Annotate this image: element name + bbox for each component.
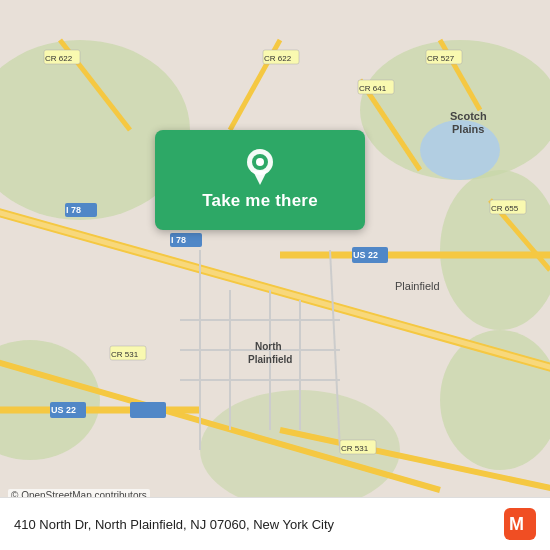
svg-text:Plains: Plains xyxy=(452,123,484,135)
bottom-bar: 410 North Dr, North Plainfield, NJ 07060… xyxy=(0,497,550,550)
svg-text:M: M xyxy=(509,514,524,534)
map-roads: I 78 I 78 US 22 US 22 CR 622 CR 622 CR 5… xyxy=(0,0,550,550)
take-me-there-button[interactable]: Take me there xyxy=(155,130,365,230)
svg-text:CR 641: CR 641 xyxy=(359,84,387,93)
svg-marker-57 xyxy=(253,171,267,185)
moovit-icon: M xyxy=(504,508,536,540)
svg-text:CR 622: CR 622 xyxy=(264,54,292,63)
moovit-logo: M xyxy=(504,508,536,540)
svg-text:I 78: I 78 xyxy=(66,205,81,215)
svg-text:Scotch: Scotch xyxy=(450,110,487,122)
svg-rect-17 xyxy=(130,402,166,418)
svg-text:CR 622: CR 622 xyxy=(45,54,73,63)
svg-text:CR 655: CR 655 xyxy=(491,204,519,213)
map-container: I 78 I 78 US 22 US 22 CR 622 CR 622 CR 5… xyxy=(0,0,550,550)
svg-text:Plainfield: Plainfield xyxy=(248,354,292,365)
svg-text:CR 527: CR 527 xyxy=(427,54,455,63)
svg-text:CR 531: CR 531 xyxy=(111,350,139,359)
take-me-there-label: Take me there xyxy=(202,191,318,211)
address-text: 410 North Dr, North Plainfield, NJ 07060… xyxy=(14,517,504,532)
svg-text:US 22: US 22 xyxy=(353,250,378,260)
svg-text:Plainfield: Plainfield xyxy=(395,280,440,292)
svg-point-56 xyxy=(256,158,264,166)
svg-text:I 78: I 78 xyxy=(171,235,186,245)
location-pin-icon xyxy=(245,149,275,185)
svg-text:North: North xyxy=(255,341,282,352)
svg-point-3 xyxy=(0,340,100,460)
svg-text:CR 531: CR 531 xyxy=(341,444,369,453)
svg-text:US 22: US 22 xyxy=(51,405,76,415)
